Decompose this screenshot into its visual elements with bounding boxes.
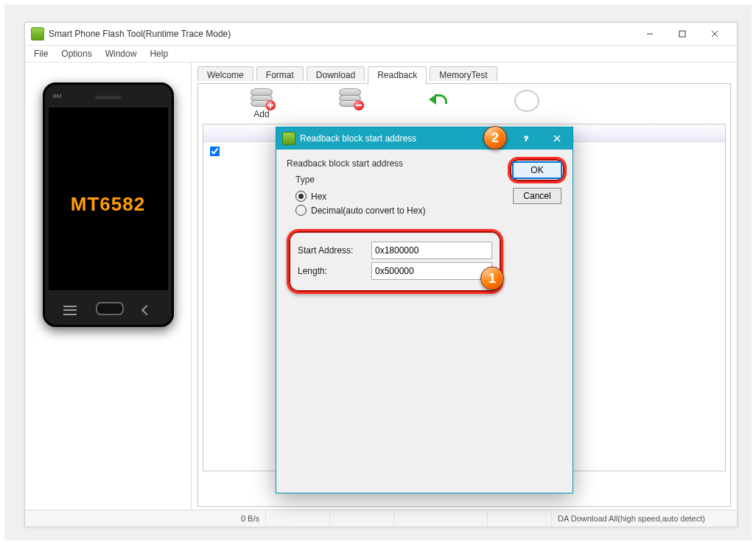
maximize-button[interactable] [666, 23, 699, 45]
radio-icon [295, 191, 307, 202]
dialog-help-button[interactable]: ? [511, 127, 542, 150]
cancel-button[interactable]: Cancel [513, 188, 561, 204]
sidebar: BM MT6582 [25, 62, 191, 510]
window-title: Smart Phone Flash Tool(Runtime Trace Mod… [49, 29, 634, 39]
phone-home-icon [96, 302, 124, 315]
svg-text:?: ? [525, 135, 528, 142]
status-da: DA Download All(high speed,auto detect) [552, 510, 737, 527]
arrow-back-icon [427, 88, 449, 108]
decimal-label: Decimal(auto convert to Hex) [311, 205, 425, 216]
tab-format[interactable]: Format [256, 66, 304, 81]
status-speed: 0 B/s [25, 510, 266, 527]
app-icon [31, 27, 44, 41]
length-input[interactable] [371, 262, 492, 280]
ok-button[interactable]: OK [513, 162, 561, 178]
start-address-label: Start Address: [298, 245, 371, 256]
phone-menu-icon [63, 303, 77, 315]
ok-highlight: OK [508, 157, 567, 183]
dialog-icon [282, 132, 295, 145]
start-address-input[interactable] [371, 242, 492, 259]
close-button[interactable] [699, 23, 731, 45]
phone-brand: BM [53, 93, 62, 99]
circle-icon [514, 90, 539, 112]
readback-button[interactable] [416, 88, 461, 119]
stop-button[interactable] [505, 88, 549, 119]
readback-address-dialog: Readback block start address ? Readback … [276, 127, 573, 493]
dialog-buttons: OK Cancel [508, 157, 567, 204]
titlebar: Smart Phone Flash Tool(Runtime Trace Mod… [25, 23, 737, 46]
dialog-heading: Readback block start address [287, 158, 503, 169]
callout-1: 1 [480, 267, 504, 290]
address-group-highlight: Start Address: Length: [287, 229, 503, 294]
length-label: Length: [298, 266, 371, 276]
radio-hex[interactable]: Hex [295, 191, 503, 202]
dialog-close-button[interactable] [542, 127, 573, 150]
menu-file[interactable]: File [28, 47, 54, 60]
radio-icon [295, 205, 307, 216]
phone-speaker [95, 96, 122, 99]
minimize-button[interactable] [634, 23, 666, 45]
menubar: File Options Window Help [25, 46, 737, 63]
row-checkbox[interactable] [210, 146, 220, 156]
menu-options[interactable]: Options [55, 47, 97, 60]
dialog-title: Readback block start address [300, 133, 416, 144]
dialog-body: Readback block start address Type Hex De… [287, 158, 503, 482]
radio-decimal[interactable]: Decimal(auto convert to Hex) [295, 205, 503, 216]
callout-2: 2 [483, 126, 507, 150]
phone-illustration: BM MT6582 [43, 82, 174, 327]
menu-window[interactable]: Window [99, 47, 143, 60]
add-label: Add [253, 109, 269, 119]
svg-rect-0 [679, 31, 685, 37]
tab-download[interactable]: Download [307, 66, 365, 81]
dialog-titlebar: Readback block start address ? [276, 127, 573, 150]
database-plus-icon [251, 88, 273, 108]
tab-strip: Welcome Format Download Readback MemoryT… [197, 66, 731, 84]
add-button[interactable]: Add [239, 88, 284, 119]
statusbar: 0 B/s DA Download All(high speed,auto de… [25, 510, 737, 527]
database-minus-icon [339, 88, 361, 108]
menu-help[interactable]: Help [144, 47, 174, 60]
remove-button[interactable] [328, 88, 372, 119]
hex-label: Hex [311, 191, 326, 202]
type-label: Type [295, 175, 503, 185]
tab-readback[interactable]: Readback [368, 66, 427, 85]
phone-chip-label: MT6582 [43, 193, 174, 216]
tab-welcome[interactable]: Welcome [197, 66, 253, 81]
phone-back-icon [140, 305, 153, 315]
tab-memorytest[interactable]: MemoryTest [430, 66, 497, 81]
toolbar: Add [198, 84, 730, 121]
